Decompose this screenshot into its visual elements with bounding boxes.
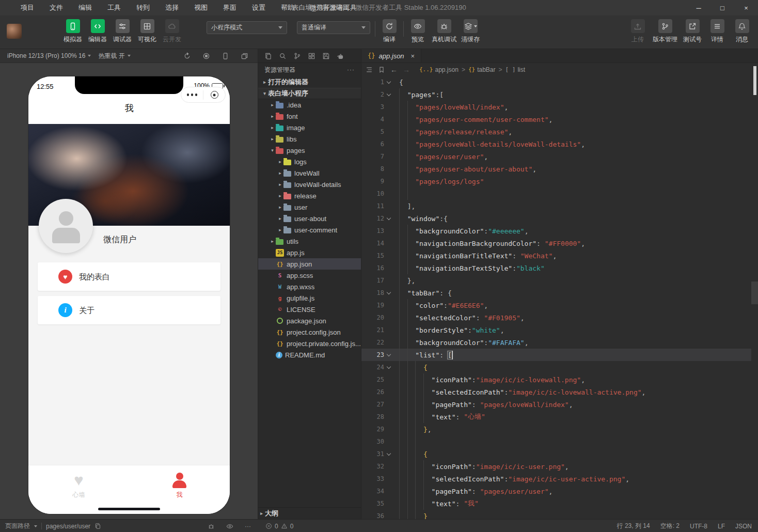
extensions-icon[interactable] <box>308 52 315 60</box>
code-line-24[interactable]: 24{ <box>361 361 751 373</box>
fold-chevron-icon[interactable] <box>384 292 393 294</box>
layers-action-button[interactable]: 清缓存 <box>459 19 482 44</box>
multi-window-icon[interactable] <box>241 52 248 60</box>
tree-item-app.json[interactable]: {}app.json <box>258 258 361 270</box>
menu-item-5[interactable]: 选择 <box>165 3 179 12</box>
user-avatar[interactable] <box>7 24 22 39</box>
tree-item-app.scss[interactable]: Sapp.scss <box>258 270 361 281</box>
navigate-back-icon[interactable]: ← <box>390 66 398 74</box>
source-control-icon[interactable] <box>293 52 301 60</box>
fold-chevron-icon[interactable] <box>384 354 393 356</box>
outline-section[interactable]: ▸ 大纲 <box>258 507 361 519</box>
status-item-0[interactable]: 行 23, 列 14 <box>617 522 650 530</box>
more-icon[interactable]: ··· <box>245 523 251 530</box>
tree-item-gulpfile.js[interactable]: ggulpfile.js <box>258 292 361 304</box>
code-line-22[interactable]: 22"backgroundColor":"#FAFAFA", <box>361 336 751 349</box>
menu-item-9[interactable]: 帮助 <box>281 3 294 12</box>
breadcrumb-item-tabBar[interactable]: {}tabBar <box>468 66 496 73</box>
tree-item-release[interactable]: ▸release <box>258 190 361 201</box>
tree-item-README.md[interactable]: iREADME.md <box>258 349 361 361</box>
menu-item-7[interactable]: 界面 <box>223 3 236 12</box>
menu-item-6[interactable]: 视图 <box>194 3 208 12</box>
copy-icon[interactable] <box>94 523 101 529</box>
code-line-29[interactable]: 29}, <box>361 423 751 435</box>
tree-item-app.js[interactable]: JSapp.js <box>258 247 361 258</box>
code-line-7[interactable]: 7"pages/user/user", <box>361 150 751 163</box>
exit-button[interactable] <box>203 91 225 99</box>
tree-item-app.wxss[interactable]: Wapp.wxss <box>258 281 361 292</box>
tab-app-json[interactable]: {} app.json × <box>361 49 421 62</box>
fold-chevron-icon[interactable] <box>384 218 393 220</box>
code-area[interactable]: 1{2"pages":[3"pages/loveWall/index",4"pa… <box>361 76 751 519</box>
phone-tab-0[interactable]: ♥心墙 <box>28 465 129 514</box>
code-line-27[interactable]: 27"pagePath": "pages/loveWall/index", <box>361 398 751 411</box>
maximize-button[interactable]: □ <box>710 0 734 15</box>
tree-item-loveWall[interactable]: ▸loveWall <box>258 167 361 179</box>
menu-item-8[interactable]: 设置 <box>252 3 265 12</box>
bell-action-button[interactable]: 消息 <box>730 19 754 44</box>
status-item-4[interactable]: JSON <box>735 523 752 530</box>
hot-reload-select[interactable]: 热重载 开 <box>98 52 130 60</box>
external-action-button[interactable]: 测试号 <box>681 19 704 44</box>
refresh-action-button[interactable]: 编译 <box>377 19 401 44</box>
scrollbar-thumb[interactable] <box>753 66 756 95</box>
menu-item-10[interactable]: 微信开发者工具 <box>310 3 357 12</box>
breadcrumb-item-app.json[interactable]: {..}app.json <box>419 66 459 73</box>
menu-item-3[interactable]: 工具 <box>107 3 121 12</box>
vconsole-icon[interactable] <box>208 523 215 530</box>
status-item-3[interactable]: LF <box>718 523 725 530</box>
problems-indicator[interactable]: 0 0 <box>265 520 293 532</box>
code-line-13[interactable]: 13"backgroundColor":"#eeeeee", <box>361 225 751 237</box>
tree-item-pages[interactable]: ▾pages <box>258 145 361 156</box>
code-line-12[interactable]: 12"window":{ <box>361 212 751 225</box>
tree-item-utils[interactable]: ▸utils <box>258 236 361 247</box>
navigate-forward-icon[interactable]: → <box>403 66 410 74</box>
code-line-15[interactable]: 15"navigationBarTitleText": "WeChat", <box>361 249 751 262</box>
menu-item-0[interactable]: 项目 <box>21 3 34 12</box>
close-button[interactable]: × <box>734 0 758 15</box>
code-line-20[interactable]: 20"selectedColor": "#F01905", <box>361 311 751 324</box>
bug-action-button[interactable]: 真机调试 <box>430 19 459 44</box>
code-line-10[interactable]: 10 <box>361 187 751 200</box>
record-icon[interactable] <box>202 52 210 60</box>
avatar[interactable] <box>39 199 93 253</box>
code-line-8[interactable]: 8"pages/user-about/user-about", <box>361 163 751 175</box>
tree-item-font[interactable]: ▸font <box>258 111 361 122</box>
tree-item-.idea[interactable]: ▸.idea <box>258 99 361 111</box>
menu-item-1[interactable]: 文件 <box>50 3 63 12</box>
code-line-36[interactable]: 36} <box>361 510 751 519</box>
outline-toggle-icon[interactable] <box>366 66 373 73</box>
bookmark-icon[interactable] <box>378 66 385 73</box>
tree-item-LICENSE[interactable]: ©LICENSE <box>258 304 361 315</box>
tree-item-package.json[interactable]: package.json <box>258 315 361 326</box>
code-line-25[interactable]: 25"iconPath":"image/ic/ic-lovewall.png", <box>361 373 751 386</box>
branch-action-button[interactable]: 版本管理 <box>651 19 680 44</box>
code-line-4[interactable]: 4"pages/user-comment/user-comment", <box>361 113 751 126</box>
code-line-2[interactable]: 2"pages":[ <box>361 88 751 101</box>
menu-item-4[interactable]: 转到 <box>136 3 150 12</box>
menu-card-0[interactable]: ♥我的表白 <box>38 262 220 291</box>
more-menu-button[interactable] <box>181 93 203 96</box>
code-line-23[interactable]: 23"list": [ <box>361 349 751 361</box>
compile-mode-select[interactable]: 普通编译 <box>297 21 370 34</box>
code-line-28[interactable]: 28"text": "心墙" <box>361 411 751 423</box>
toggle-phone-button[interactable]: 模拟器 <box>60 19 85 44</box>
tea-icon[interactable] <box>337 52 344 60</box>
phone-tab-1-active[interactable]: 我 <box>129 465 230 514</box>
toggle-sliders-button[interactable]: 调试器 <box>110 19 135 44</box>
tree-item-user-about[interactable]: ▸user-about <box>258 213 361 224</box>
tree-item-logs[interactable]: ▸logs <box>258 156 361 167</box>
tree-item-loveWall-details[interactable]: ▸loveWall-details <box>258 179 361 190</box>
code-line-5[interactable]: 5"pages/release/release", <box>361 126 751 138</box>
tree-item-user-comment[interactable]: ▸user-comment <box>258 224 361 236</box>
search-icon[interactable] <box>279 52 287 60</box>
fold-chevron-icon[interactable] <box>384 82 393 83</box>
code-line-17[interactable]: 17}, <box>361 274 751 287</box>
explorer-section--[interactable]: ▸打开的编辑器 <box>258 76 361 88</box>
toggle-code-button[interactable]: 编辑器 <box>85 19 110 44</box>
fold-chevron-icon[interactable] <box>384 367 393 368</box>
preview-eye-icon[interactable] <box>226 523 233 530</box>
menu-item-2[interactable]: 编辑 <box>78 3 92 12</box>
page-path-label[interactable]: 页面路径 <box>5 522 30 530</box>
code-line-3[interactable]: 3"pages/loveWall/index", <box>361 101 751 113</box>
